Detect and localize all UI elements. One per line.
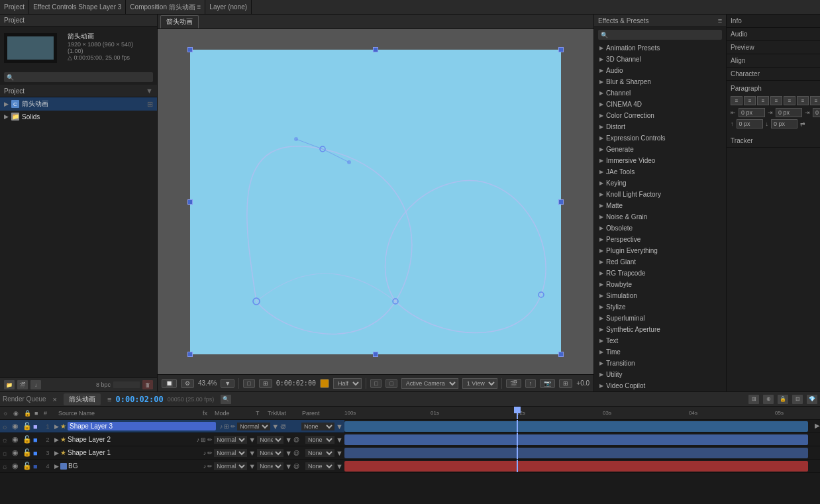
info-section[interactable]: Info [727, 15, 820, 28]
timeline-tool2[interactable]: ⊕ [763, 395, 774, 404]
effect-utility[interactable]: ▶ Utility [594, 369, 726, 380]
layer4-trkmat-select[interactable]: None [257, 462, 283, 470]
align-center-btn[interactable]: ≡ [744, 96, 756, 105]
layer2-solo[interactable]: ☼ [1, 436, 11, 444]
zoom-dropdown[interactable]: ▼ [221, 379, 234, 388]
effect-jae-tools[interactable]: ▶ JAe Tools [594, 166, 726, 177]
align-full-btn[interactable]: ≡ [770, 96, 782, 105]
effect-audio[interactable]: ▶ Audio [594, 65, 726, 76]
playhead-indicator[interactable] [517, 407, 518, 419]
layer1-expand[interactable]: ▶ [54, 423, 59, 430]
layer3-solo[interactable]: ☼ [1, 449, 11, 457]
effect-noise-grain[interactable]: ▶ Noise & Grain [594, 211, 726, 223]
timeline-tool3[interactable]: 🔒 [778, 395, 788, 404]
top-bar-project[interactable]: Project [0, 0, 29, 14]
transfer-button[interactable]: ⊞ [559, 379, 572, 388]
align-left-btn[interactable]: ≡ [731, 96, 743, 105]
layer1-solo[interactable]: ☼ [1, 423, 11, 430]
effect-blur-sharpen[interactable]: ▶ Blur & Sharpen [594, 76, 726, 87]
effect-keying[interactable]: ▶ Keying [594, 177, 726, 189]
layer2-trkmat-select[interactable]: None [257, 436, 283, 444]
effect-video-copilot[interactable]: ▶ Video Copilot [594, 380, 726, 391]
indent-right-input[interactable] [776, 108, 802, 117]
magnify-button[interactable]: 🔲 [162, 379, 177, 388]
layer-row-2[interactable]: ☼ ◉ 🔓 ■ 2 ▶ ★ Shape Layer 2 ♪ ⊞ ✏ Normal… [0, 433, 344, 446]
color-picker[interactable] [320, 379, 329, 388]
layer4-parent-select[interactable]: None [305, 462, 334, 470]
effect-stylize[interactable]: ▶ Stylize [594, 301, 726, 313]
indent-far-right-input[interactable] [813, 108, 820, 117]
effect-generate[interactable]: ▶ Generate [594, 144, 726, 155]
project-search-bar[interactable]: 🔍 [4, 72, 153, 82]
timeline-search-btn[interactable]: 🔍 [221, 395, 231, 404]
layer3-parent-arrow[interactable]: ▼ [336, 449, 343, 457]
layer1-mode-arrow[interactable]: ▼ [272, 423, 279, 430]
layer3-vis[interactable]: ◉ [12, 448, 21, 457]
effect-red-giant[interactable]: ▶ Red Giant [594, 256, 726, 268]
snapshot-button[interactable]: 📷 [540, 379, 555, 388]
layer3-expand[interactable]: ▶ [54, 450, 59, 456]
top-bar-effect-controls[interactable]: Effect Controls Shape Layer 3 [29, 0, 126, 14]
layer3-mode-select[interactable]: Normal [214, 449, 247, 457]
timeline-menu-icon[interactable]: ≡ [107, 395, 111, 403]
render-button[interactable]: 🎬 [506, 379, 521, 388]
effects-menu-icon[interactable]: ≡ [718, 17, 722, 25]
layer4-solo[interactable]: ☼ [1, 462, 11, 470]
project-item-solids[interactable]: ▶ 📁 Solids [0, 111, 157, 123]
delete-button[interactable]: 🗑 [142, 380, 153, 389]
layer-row-1[interactable]: ☼ ◉ 🔓 ■ 1 ▶ ★ Shape Layer 3 ♪ ⊞ ✏ Normal… [0, 420, 344, 433]
new-comp-button[interactable]: 🎬 [17, 380, 28, 389]
effect-superluminal[interactable]: ▶ Superluminal [594, 313, 726, 324]
effect-synthetic-aperture[interactable]: ▶ Synthetic Aperture [594, 324, 726, 335]
effect-plugin-everything[interactable]: ▶ Plugin Everything [594, 245, 726, 256]
layer-row-3[interactable]: ☼ ◉ 🔓 ■ 3 ▶ ★ Shape Layer 1 ♪ ✏ Normal ▼… [0, 446, 344, 460]
layer2-parent-arrow[interactable]: ▼ [336, 436, 343, 444]
effect-perspective[interactable]: ▶ Perspective [594, 234, 726, 245]
layer2-mode-select[interactable]: Normal [214, 436, 247, 444]
effect-matte[interactable]: ▶ Matte [594, 200, 726, 211]
top-bar-layer[interactable]: Layer (none) [205, 0, 252, 14]
space-before-input[interactable] [737, 119, 763, 128]
layer1-vis[interactable]: ◉ [12, 422, 21, 430]
project-item-comp[interactable]: ▶ C 箭头动画 ⊞ [0, 97, 157, 111]
toggle-res[interactable]: □ [385, 379, 397, 388]
layer3-lock[interactable]: 🔓 [23, 448, 32, 457]
layer2-vis[interactable]: ◉ [12, 435, 21, 444]
effect-rg-trapcode[interactable]: ▶ RG Trapcode [594, 268, 726, 279]
effect-channel[interactable]: ▶ Channel [594, 87, 726, 99]
timeline-tool4[interactable]: ⊟ [792, 395, 803, 404]
character-section[interactable]: Character [727, 68, 820, 81]
layer4-mode-select[interactable]: Normal [214, 462, 247, 470]
effect-3d-channel[interactable]: ▶ 3D Channel [594, 54, 726, 65]
layer-row-4[interactable]: ☼ ◉ 🔓 ■ 4 ▶ BG ♪ ✏ Normal ▼ None ▼ @ [0, 460, 344, 473]
layer1-lock[interactable]: 🔓 [23, 422, 32, 430]
layer2-mode-arrow[interactable]: ▼ [248, 436, 256, 444]
timeline-tracks[interactable]: 100s 01s 02s 03s 04s 05s ▶ [344, 407, 820, 504]
layer4-trkmat-arrow[interactable]: ▼ [285, 462, 292, 470]
timeline-tool5[interactable]: 💎 [807, 395, 817, 404]
project-search-input[interactable] [16, 74, 128, 81]
layer4-lock[interactable]: 🔓 [23, 462, 32, 470]
effect-time[interactable]: ▶ Time [594, 346, 726, 358]
align-full4-btn[interactable]: ≡ [810, 96, 820, 105]
layer1-mode-select[interactable]: Normal [237, 423, 270, 430]
quality-select[interactable]: Half [333, 378, 362, 389]
composition-view[interactable] [158, 29, 593, 374]
effects-search-input[interactable] [610, 31, 709, 38]
top-bar-composition[interactable]: Composition 箭头动画 ≡ [126, 0, 205, 14]
layer1-parent-arrow[interactable]: ▼ [336, 423, 343, 430]
layer3-mode-arrow[interactable]: ▼ [248, 449, 256, 457]
align-section[interactable]: Align [727, 54, 820, 68]
effect-animation-presets[interactable]: ▶ Animation Presets [594, 42, 726, 54]
layer2-expand[interactable]: ▶ [54, 436, 59, 443]
align-right-btn[interactable]: ≡ [757, 96, 769, 105]
layer2-parent-select[interactable]: None [305, 436, 334, 444]
layer4-expand[interactable]: ▶ [54, 463, 59, 470]
effect-simulation[interactable]: ▶ Simulation [594, 290, 726, 301]
effect-rowbyte[interactable]: ▶ Rowbyte [594, 279, 726, 290]
new-folder-button[interactable]: 📁 [4, 380, 15, 389]
comp-settings-button[interactable]: ⚙ [181, 379, 194, 388]
layer3-trkmat-select[interactable]: None [257, 449, 283, 457]
align-full3-btn[interactable]: ≡ [797, 96, 809, 105]
effect-text[interactable]: ▶ Text [594, 335, 726, 346]
